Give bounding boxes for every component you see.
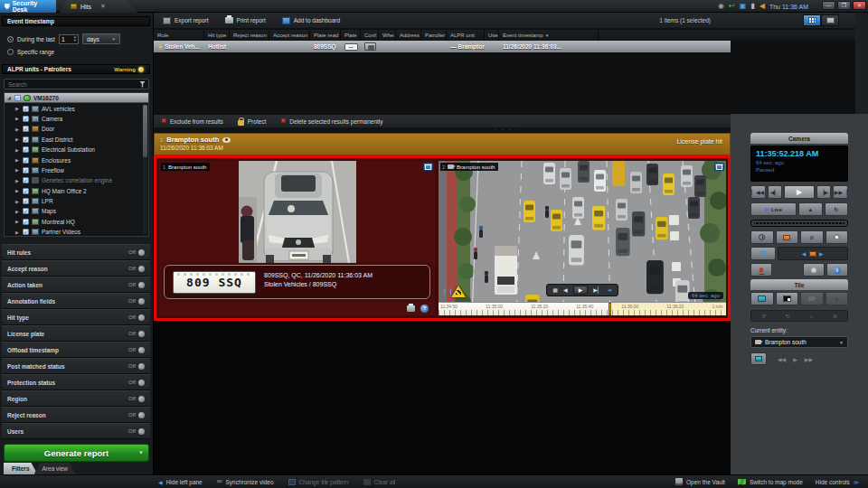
switch-map-mode-button[interactable]: Switch to map mode bbox=[738, 479, 803, 485]
slow-motion-button[interactable]: // bbox=[800, 230, 824, 244]
expand-icon[interactable]: ▶ bbox=[15, 230, 20, 235]
plate-thumbnail[interactable]: ▪▪▪ bbox=[344, 43, 358, 51]
column-header[interactable]: ALPR unit bbox=[447, 30, 485, 41]
tile-panel-header[interactable]: Tile bbox=[750, 279, 848, 290]
previous-frame-button[interactable]: ◀▏ bbox=[768, 185, 783, 199]
home-button[interactable]: ⌂ bbox=[810, 314, 814, 319]
expand-icon[interactable]: ▶ bbox=[15, 199, 20, 204]
filter-row[interactable]: Action taken Off bbox=[2, 277, 150, 293]
checkbox-checked-icon[interactable]: ✓ bbox=[23, 146, 29, 153]
tree-item[interactable]: ▶ ✓ HQ Main Office 2 bbox=[5, 186, 148, 196]
table-row[interactable]: ★Stolen Veh... Hotlist 809SSQ ▪▪▪ —Bramp… bbox=[154, 41, 731, 52]
column-header[interactable]: Accept reason bbox=[269, 30, 310, 41]
tab-security-desk[interactable]: Security Desk bbox=[0, 0, 56, 13]
tile-pattern-icon[interactable]: ▦ bbox=[552, 286, 558, 294]
tree-item[interactable]: ▶ ✓ East District bbox=[5, 135, 148, 145]
tile-pattern-button[interactable] bbox=[776, 292, 799, 305]
checkbox-checked-icon[interactable]: ✓ bbox=[23, 219, 29, 225]
chevron-down-icon[interactable]: ▼ bbox=[138, 450, 144, 455]
tree-item-root[interactable]: ◢ ✓ VM16270 bbox=[5, 93, 148, 103]
timeline-position-marker[interactable] bbox=[609, 303, 611, 315]
tree-item[interactable]: ▶ ✓ Partner Videos bbox=[5, 227, 148, 237]
during-last-option[interactable]: During the last 1 ▴▾ days ▼ bbox=[7, 33, 120, 44]
record-button[interactable] bbox=[826, 230, 849, 244]
play-entities-button[interactable]: ▶ bbox=[793, 356, 797, 362]
restore-button[interactable]: ❐ bbox=[837, 1, 851, 10]
loop-playback-button[interactable]: ↻ bbox=[825, 202, 849, 216]
add-to-dashboard-button[interactable]: Add to dashboard bbox=[282, 17, 340, 24]
camera-panel-header[interactable]: Camera bbox=[750, 133, 848, 144]
filter-row[interactable]: Region Off bbox=[2, 390, 150, 407]
next-frame-button[interactable]: ▶▏ bbox=[593, 286, 601, 294]
delete-results-button[interactable]: ✖ Delete selected results permanently bbox=[280, 117, 382, 125]
print-report-button[interactable]: Print report bbox=[225, 17, 266, 23]
current-entity-select[interactable]: Brampton south ▼ bbox=[750, 336, 848, 348]
filter-row[interactable]: Protection status Off bbox=[2, 374, 150, 390]
checkbox-checked-icon[interactable]: ✓ bbox=[23, 167, 29, 174]
filter-funnel-icon[interactable] bbox=[139, 81, 146, 88]
filter-toggle[interactable]: Off bbox=[128, 396, 145, 402]
jump-back-button[interactable]: ▲ bbox=[798, 202, 823, 216]
rewind-button[interactable]: ▏◀◀ bbox=[750, 185, 766, 199]
filter-toggle[interactable]: Off bbox=[128, 314, 145, 321]
context-thumbnail[interactable] bbox=[364, 42, 376, 51]
previous-entity-button[interactable]: ◀◀ bbox=[778, 356, 786, 362]
checkbox-checked-icon[interactable]: ✓ bbox=[14, 95, 21, 101]
export-report-button[interactable]: Export report bbox=[163, 17, 209, 24]
specific-range-option[interactable]: Specific range bbox=[7, 49, 54, 55]
filter-row[interactable]: Reject reason Off bbox=[2, 407, 150, 423]
listen-button[interactable] bbox=[803, 263, 825, 277]
checkbox-checked-icon[interactable]: ✓ bbox=[23, 136, 29, 143]
redo-button[interactable]: ↻ bbox=[786, 313, 790, 319]
print-hit-button[interactable] bbox=[407, 305, 415, 312]
monitor-button[interactable] bbox=[750, 352, 767, 365]
checkbox-checked-icon[interactable]: ✓ bbox=[23, 106, 29, 112]
tab-area-view[interactable]: Area view bbox=[34, 463, 77, 474]
talk-button[interactable] bbox=[750, 263, 772, 277]
maximize-tile-icon[interactable] bbox=[714, 163, 724, 171]
tree-item[interactable]: ▶ ✓ Enclosures bbox=[5, 155, 148, 164]
fast-forward-button[interactable]: ▶▶▕ bbox=[833, 185, 848, 199]
filter-row[interactable]: Hit rules Off bbox=[2, 244, 150, 260]
expand-tile-button[interactable] bbox=[750, 292, 774, 305]
filter-row[interactable]: Offload timestamp Off bbox=[2, 342, 150, 358]
checkbox-checked-icon[interactable]: ✓ bbox=[23, 116, 29, 122]
scrollbar-thumb[interactable] bbox=[143, 105, 147, 157]
play-button[interactable]: ▶ bbox=[784, 185, 815, 199]
network-icon[interactable]: ▣ bbox=[740, 2, 747, 11]
hide-controls-button[interactable]: Hide controls ≫ bbox=[816, 479, 859, 485]
expand-icon[interactable]: ▶ bbox=[15, 136, 20, 142]
filter-toggle[interactable]: Off bbox=[128, 282, 145, 288]
filter-toggle[interactable]: Off bbox=[128, 298, 145, 305]
filter-row[interactable]: Annotation fields Off bbox=[2, 293, 150, 309]
tile-title-bar[interactable]: 2 Brampton south bbox=[440, 163, 498, 171]
tree-item[interactable]: ▶ ✓ AVL vehicles bbox=[5, 103, 148, 113]
event-timestamp-header[interactable]: Event timestamp bbox=[2, 16, 150, 26]
chart-view-button[interactable] bbox=[821, 14, 839, 26]
go-live-button[interactable]: ➜ bbox=[608, 286, 612, 294]
expand-icon[interactable]: ▶ bbox=[15, 127, 20, 132]
tab-filters[interactable]: Filters bbox=[4, 463, 38, 474]
tree-item[interactable]: ▶ ✓ Genetec correlation engine bbox=[5, 175, 148, 185]
eye-icon[interactable] bbox=[222, 137, 231, 143]
close-button[interactable]: ✕ bbox=[853, 1, 866, 10]
tree-item[interactable]: ▶ ✓ LPR bbox=[5, 196, 148, 206]
next-camera-button[interactable]: ▶ bbox=[819, 250, 824, 257]
hide-left-pane-button[interactable]: ◀ Hide left pane bbox=[158, 479, 203, 485]
license-plate-image[interactable]: 809 SSQ bbox=[173, 271, 256, 294]
previous-camera-button[interactable]: ◀ bbox=[802, 250, 807, 257]
tree-item[interactable]: ▶ ✓ Freeflow bbox=[5, 165, 148, 175]
radio-selected-icon[interactable] bbox=[7, 36, 14, 42]
expand-icon[interactable]: ▶ bbox=[15, 167, 20, 173]
live-button[interactable]: ▶ Live bbox=[750, 202, 797, 216]
digital-zoom-button[interactable] bbox=[750, 247, 776, 260]
checkbox-checked-icon[interactable]: ✓ bbox=[23, 126, 29, 132]
filter-row[interactable]: Hit type Off bbox=[2, 309, 150, 325]
video-timeline[interactable]: 11:34:50 11:35:00 11:35:20 11:35:40 11:3… bbox=[439, 302, 726, 315]
column-header[interactable]: Reject reason bbox=[230, 30, 269, 41]
duration-stepper[interactable]: 1 ▴▾ bbox=[59, 34, 79, 44]
checkbox-checked-icon[interactable]: ✓ bbox=[23, 177, 29, 183]
column-header[interactable]: Plate read bbox=[310, 30, 341, 41]
microphone-icon[interactable]: ▮ bbox=[750, 2, 754, 11]
expand-icon[interactable]: ▶ bbox=[15, 178, 20, 183]
